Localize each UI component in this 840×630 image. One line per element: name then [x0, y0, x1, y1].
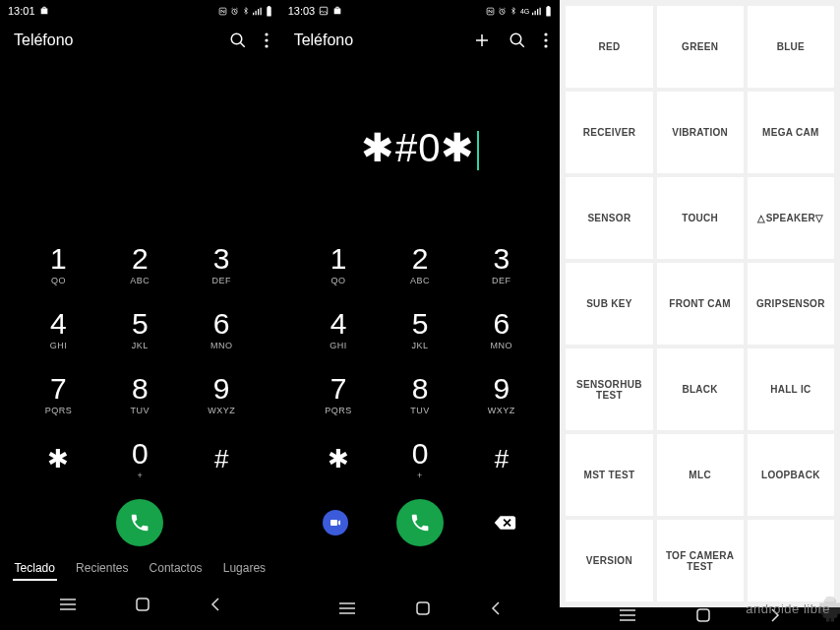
key-3[interactable]: 3DEF	[181, 236, 263, 293]
diag-hall-ic[interactable]: HALL IC	[748, 348, 834, 430]
key-6[interactable]: 6MNO	[460, 301, 542, 358]
home-button[interactable]	[135, 597, 150, 616]
dialer-panel-2: 13:03 4G Teléfono ✱#0✱ 1QO 2ABC 3DEF 4GH…	[280, 0, 561, 630]
diag-green[interactable]: GREEN	[657, 6, 744, 88]
key-1[interactable]: 1QO	[18, 236, 99, 293]
search-icon[interactable]	[229, 32, 247, 49]
tab-keypad[interactable]: Teclado	[13, 557, 57, 581]
tab-contacts[interactable]: Contactos	[148, 557, 205, 581]
key-7[interactable]: 7PQRS	[18, 366, 99, 423]
key-9[interactable]: 9WXYZ	[460, 366, 542, 423]
diag-front-cam[interactable]: FRONT CAM	[657, 263, 744, 345]
key-5[interactable]: 5JKL	[99, 301, 181, 358]
svg-point-22	[511, 33, 522, 44]
back-button[interactable]	[210, 597, 221, 616]
diagnostic-grid: RED GREEN BLUE RECEIVER VIBRATION MEGA C…	[560, 0, 840, 607]
key-5[interactable]: 5JKL	[380, 301, 461, 358]
key-6[interactable]: 6MNO	[181, 301, 263, 358]
app-header: Teléfono	[0, 22, 280, 59]
keypad: 1QO 2ABC 3DEF 4GHI 5JKL 6MNO 7PQRS 8TUV …	[280, 236, 561, 488]
battery-icon	[266, 6, 272, 17]
diag-mega-cam[interactable]: MEGA CAM	[748, 92, 834, 173]
svg-rect-26	[417, 602, 429, 614]
diag-vibration[interactable]: VIBRATION	[657, 92, 744, 173]
status-bar: 13:03 4G	[280, 0, 561, 22]
recents-button[interactable]	[619, 608, 636, 626]
more-icon[interactable]	[544, 32, 548, 48]
key-9[interactable]: 9WXYZ	[181, 366, 263, 423]
svg-point-24	[545, 38, 548, 41]
diag-mst-test[interactable]: MST TEST	[566, 434, 652, 516]
recents-button[interactable]	[59, 598, 77, 615]
diag-sub-key[interactable]: SUB KEY	[566, 263, 652, 345]
call-button[interactable]	[116, 499, 163, 546]
key-3[interactable]: 3DEF	[460, 236, 542, 293]
key-0[interactable]: 0+	[380, 431, 461, 488]
key-2[interactable]: 2ABC	[99, 236, 181, 293]
diag-sensor[interactable]: SENSOR	[566, 177, 652, 259]
action-bar	[0, 488, 280, 557]
key-2[interactable]: 2ABC	[380, 236, 461, 293]
svg-point-10	[265, 38, 268, 41]
svg-rect-19	[540, 7, 541, 15]
svg-rect-21	[548, 6, 550, 7]
key-4[interactable]: 4GHI	[298, 301, 380, 358]
diag-version[interactable]: VERSION	[566, 520, 652, 601]
diag-tof-camera[interactable]: TOF CAMERA TEST	[657, 520, 744, 601]
add-icon[interactable]	[473, 32, 491, 49]
action-bar	[280, 488, 561, 557]
tab-recent[interactable]: Recientes	[74, 557, 130, 581]
svg-rect-17	[535, 10, 536, 14]
dial-display: ✱#0✱	[280, 59, 561, 236]
alarm-icon	[498, 7, 507, 16]
key-star[interactable]: ✱	[18, 431, 99, 488]
svg-rect-6	[267, 7, 270, 16]
recents-button[interactable]	[338, 601, 356, 619]
search-icon[interactable]	[509, 32, 526, 49]
svg-rect-2	[253, 12, 254, 15]
key-7[interactable]: 7PQRS	[298, 366, 380, 423]
briefcase-icon	[332, 6, 342, 16]
key-8[interactable]: 8TUV	[380, 366, 461, 423]
diag-empty[interactable]	[748, 520, 834, 601]
home-button[interactable]	[415, 600, 431, 620]
key-0[interactable]: 0+	[99, 431, 181, 488]
app-header: Teléfono	[280, 22, 561, 59]
diag-red[interactable]: RED	[566, 6, 652, 88]
svg-point-25	[545, 44, 548, 47]
svg-rect-4	[258, 9, 259, 15]
key-hash[interactable]: #	[181, 431, 263, 488]
key-hash[interactable]: #	[460, 431, 542, 488]
bluetooth-icon	[242, 6, 250, 16]
entered-code: ✱#0✱	[361, 125, 479, 170]
key-4[interactable]: 4GHI	[18, 301, 99, 358]
diag-touch[interactable]: TOUCH	[657, 177, 744, 259]
diag-mlc[interactable]: MLC	[657, 434, 744, 516]
diag-blue[interactable]: BLUE	[748, 6, 834, 88]
svg-rect-7	[268, 6, 270, 7]
diag-gripsensor[interactable]: GRIPSENSOR	[748, 263, 834, 345]
key-8[interactable]: 8TUV	[99, 366, 181, 423]
call-button[interactable]	[396, 499, 444, 546]
status-time: 13:03	[288, 5, 316, 17]
diag-black[interactable]: BLACK	[657, 348, 744, 430]
key-star[interactable]: ✱	[298, 431, 380, 488]
backspace-button[interactable]	[490, 514, 519, 532]
diag-receiver[interactable]: RECEIVER	[566, 92, 652, 173]
page-title: Teléfono	[14, 32, 74, 49]
svg-rect-3	[255, 10, 256, 14]
diag-sensorhub[interactable]: SENSORHUB TEST	[566, 348, 652, 430]
back-button[interactable]	[490, 600, 502, 620]
home-button[interactable]	[695, 607, 711, 627]
more-icon[interactable]	[265, 32, 269, 48]
diag-loopback[interactable]: LOOPBACK	[748, 434, 834, 516]
diag-speaker[interactable]: △SPEAKER▽	[748, 177, 834, 259]
svg-point-8	[231, 33, 242, 44]
video-call-button[interactable]	[323, 510, 348, 536]
cursor	[477, 131, 479, 170]
alarm-icon	[230, 7, 239, 16]
back-button[interactable]	[769, 607, 781, 627]
svg-rect-13	[320, 7, 328, 15]
tab-places[interactable]: Lugares	[221, 557, 268, 581]
key-1[interactable]: 1QO	[298, 236, 380, 293]
